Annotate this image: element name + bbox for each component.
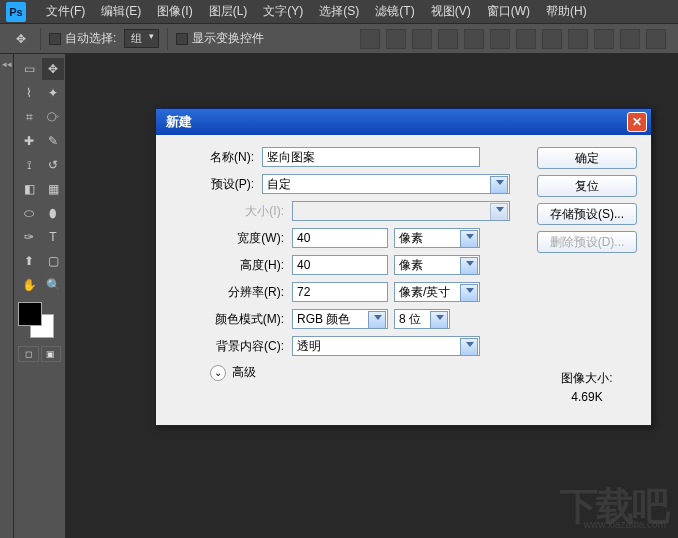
brush-tool[interactable]: ✎ [42, 130, 64, 152]
size-label: 大小(I): [170, 203, 292, 220]
align-icon[interactable] [438, 29, 458, 49]
show-transform-checkbox[interactable]: 显示变换控件 [176, 30, 264, 47]
advanced-label: 高级 [232, 364, 256, 381]
image-size-value: 4.69K [537, 388, 637, 407]
move-tool-indicator-icon: ✥ [10, 28, 32, 50]
width-label: 宽度(W): [170, 230, 292, 247]
auto-select-target-select[interactable]: 组 [124, 29, 159, 48]
dialog-titlebar[interactable]: 新建 ✕ [156, 109, 651, 135]
pen-tool[interactable]: ✑ [18, 226, 40, 248]
ok-button[interactable]: 确定 [537, 147, 637, 169]
zoom-tool[interactable]: 🔍 [42, 274, 64, 296]
background-label: 背景内容(C): [170, 338, 292, 355]
name-input[interactable] [262, 147, 480, 167]
type-tool[interactable]: T [42, 226, 64, 248]
dialog-title: 新建 [166, 113, 627, 131]
menu-view[interactable]: 视图(V) [423, 3, 479, 20]
menu-help[interactable]: 帮助(H) [538, 3, 595, 20]
align-icon[interactable] [464, 29, 484, 49]
distribute-icon[interactable] [568, 29, 588, 49]
marquee-tool[interactable]: ▭ [18, 58, 40, 80]
color-mode-select[interactable]: RGB 颜色 [292, 309, 388, 329]
history-brush-tool[interactable]: ↺ [42, 154, 64, 176]
shape-tool[interactable]: ▢ [42, 250, 64, 272]
dodge-tool[interactable]: ⬮ [42, 202, 64, 224]
distribute-icon[interactable] [516, 29, 536, 49]
reset-button[interactable]: 复位 [537, 175, 637, 197]
resolution-label: 分辨率(R): [170, 284, 292, 301]
color-swatch[interactable] [18, 302, 58, 342]
crop-tool[interactable]: ⌗ [18, 106, 40, 128]
quickmask-toggle[interactable]: ◻ [18, 346, 39, 362]
healing-tool[interactable]: ✚ [18, 130, 40, 152]
color-mode-label: 颜色模式(M): [170, 311, 292, 328]
bit-depth-select[interactable]: 8 位 [394, 309, 450, 329]
align-icon[interactable] [412, 29, 432, 49]
width-input[interactable] [292, 228, 388, 248]
move-tool[interactable]: ✥ [42, 58, 64, 80]
eyedropper-tool[interactable]: ⧂ [42, 106, 64, 128]
menubar: Ps 文件(F) 编辑(E) 图像(I) 图层(L) 文字(Y) 选择(S) 滤… [0, 0, 678, 24]
distribute-icon[interactable] [646, 29, 666, 49]
delete-preset-button: 删除预设(D)... [537, 231, 637, 253]
menu-filter[interactable]: 滤镜(T) [367, 3, 422, 20]
new-document-dialog: 新建 ✕ 名称(N): 预设(P): 自定 大小(I): 宽度(W): 像素 [155, 108, 652, 426]
chevron-down-icon: ⌄ [210, 365, 226, 381]
menu-edit[interactable]: 编辑(E) [93, 3, 149, 20]
advanced-toggle[interactable]: ⌄ 高级 [210, 364, 521, 381]
watermark-url: www.xiazaiba.com [584, 519, 666, 530]
menu-image[interactable]: 图像(I) [149, 3, 200, 20]
menu-layer[interactable]: 图层(L) [201, 3, 256, 20]
auto-select-checkbox[interactable]: 自动选择: [49, 30, 116, 47]
toolbox: ▭ ✥ ⌇ ✦ ⌗ ⧂ ✚ ✎ ⟟ ↺ ◧ ▦ ⬭ ⬮ ✑ T ⬆ ▢ ✋ 🔍 … [14, 54, 66, 538]
align-icon[interactable] [386, 29, 406, 49]
auto-select-label: 自动选择: [65, 30, 116, 47]
menu-select[interactable]: 选择(S) [311, 3, 367, 20]
app-logo: Ps [6, 2, 26, 22]
checkbox-icon [49, 33, 61, 45]
magic-wand-tool[interactable]: ✦ [42, 82, 64, 104]
height-input[interactable] [292, 255, 388, 275]
screenmode-toggle[interactable]: ▣ [41, 346, 62, 362]
image-size-label: 图像大小: [537, 369, 637, 388]
separator [40, 28, 41, 50]
dock-strip[interactable]: ◂◂ [0, 54, 14, 538]
dock-expand-icon[interactable]: ◂◂ [0, 54, 13, 74]
show-transform-label: 显示变换控件 [192, 30, 264, 47]
eraser-tool[interactable]: ◧ [18, 178, 40, 200]
align-icons [360, 29, 666, 49]
menu-type[interactable]: 文字(Y) [255, 3, 311, 20]
dialog-sidebar: 确定 复位 存储预设(S)... 删除预设(D)... 图像大小: 4.69K [537, 147, 637, 407]
foreground-color[interactable] [18, 302, 42, 326]
resolution-input[interactable] [292, 282, 388, 302]
background-select[interactable]: 透明 [292, 336, 480, 356]
checkbox-icon [176, 33, 188, 45]
lasso-tool[interactable]: ⌇ [18, 82, 40, 104]
height-label: 高度(H): [170, 257, 292, 274]
name-label: 名称(N): [170, 149, 262, 166]
separator [167, 28, 168, 50]
height-unit-select[interactable]: 像素 [394, 255, 480, 275]
preset-select[interactable]: 自定 [262, 174, 510, 194]
width-unit-select[interactable]: 像素 [394, 228, 480, 248]
menu-window[interactable]: 窗口(W) [479, 3, 538, 20]
close-button[interactable]: ✕ [627, 112, 647, 132]
align-icon[interactable] [490, 29, 510, 49]
blur-tool[interactable]: ⬭ [18, 202, 40, 224]
menu-file[interactable]: 文件(F) [38, 3, 93, 20]
hand-tool[interactable]: ✋ [18, 274, 40, 296]
path-select-tool[interactable]: ⬆ [18, 250, 40, 272]
distribute-icon[interactable] [594, 29, 614, 49]
align-icon[interactable] [360, 29, 380, 49]
options-bar: ✥ 自动选择: 组 显示变换控件 [0, 24, 678, 54]
size-select [292, 201, 510, 221]
dialog-form: 名称(N): 预设(P): 自定 大小(I): 宽度(W): 像素 高度(H): [170, 147, 521, 407]
resolution-unit-select[interactable]: 像素/英寸 [394, 282, 480, 302]
preset-label: 预设(P): [170, 176, 262, 193]
stamp-tool[interactable]: ⟟ [18, 154, 40, 176]
distribute-icon[interactable] [542, 29, 562, 49]
distribute-icon[interactable] [620, 29, 640, 49]
save-preset-button[interactable]: 存储预设(S)... [537, 203, 637, 225]
gradient-tool[interactable]: ▦ [42, 178, 64, 200]
